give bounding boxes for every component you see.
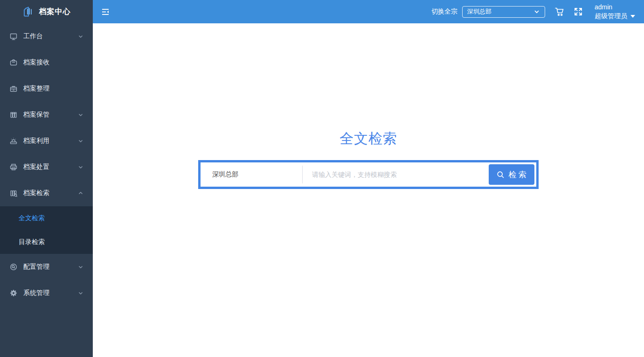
sidebar-item-label: 配置管理: [23, 263, 78, 271]
app-root: 档案中心 工作台: [0, 0, 644, 357]
menu-fold-button[interactable]: [100, 7, 111, 17]
search-input[interactable]: [303, 162, 489, 187]
sidebar-item-label: 档案保管: [23, 111, 78, 119]
sidebar-item-label: 工作台: [23, 32, 78, 41]
gear-icon: [9, 289, 18, 297]
search-wrap: 深圳总部 检 索: [93, 160, 644, 189]
sidebar-item-fulltext-search[interactable]: 全文检索: [0, 206, 93, 230]
sidebar-item-workbench[interactable]: 工作台: [0, 23, 93, 49]
page-title: 全文检索: [93, 129, 644, 148]
sidebar-item-label: 档案整理: [23, 84, 83, 93]
menu-fold-icon: [101, 7, 111, 17]
archive-logo-icon: [22, 6, 35, 18]
books-search-icon: [9, 189, 18, 197]
search-button-label: 检 索: [508, 169, 526, 180]
sidebar-item-archive-disposal[interactable]: 档案处置: [0, 154, 93, 180]
main-content: 全文检索 深圳总部 检 索: [93, 23, 644, 357]
chevron-down-icon: [78, 290, 83, 296]
sidebar-item-archive-search[interactable]: 档案检索: [0, 180, 93, 206]
user-role-row: 超级管理员: [595, 12, 635, 21]
chevron-down-icon: [533, 8, 540, 15]
sidebar-item-archive-receive[interactable]: 档案接收: [0, 49, 93, 76]
user-menu[interactable]: admin 超级管理员: [595, 3, 635, 21]
submenu-item-label: 全文检索: [19, 214, 45, 223]
sidebar-item-label: 档案检索: [23, 189, 78, 197]
app-logo: 档案中心: [0, 0, 93, 23]
sidebar-item-config-management[interactable]: 配置管理: [0, 254, 93, 280]
search-bar: 深圳总部 检 索: [198, 160, 539, 189]
user-role: 超级管理员: [595, 12, 627, 21]
search-button[interactable]: 检 索: [489, 164, 534, 185]
sidebar-item-label: 档案利用: [23, 137, 78, 145]
chevron-down-icon: [78, 164, 83, 170]
sidebar-menu: 工作台 档案接收: [0, 23, 93, 306]
sidebar-item-label: 档案接收: [23, 58, 83, 67]
chevron-down-icon: [78, 34, 83, 39]
user-name: admin: [595, 3, 635, 12]
chevron-down-icon: [78, 112, 83, 118]
sidebar-item-label: 系统管理: [23, 289, 78, 297]
fonds-select-value: 深圳总部: [467, 7, 492, 16]
search-icon: [497, 171, 505, 179]
fonds-switch-label: 切换全宗: [431, 7, 457, 16]
submenu-item-label: 目录检索: [19, 238, 45, 246]
stamp-icon: [9, 137, 18, 145]
chevron-up-icon: [78, 190, 83, 196]
books-icon: [9, 111, 18, 119]
toolbox-icon: [9, 84, 18, 93]
fonds-select[interactable]: 深圳总部: [462, 6, 545, 18]
gear-search-icon: [9, 263, 18, 271]
app-title: 档案中心: [39, 7, 71, 17]
sidebar-item-archive-use[interactable]: 档案利用: [0, 128, 93, 154]
sidebar-item-archive-storage[interactable]: 档案保管: [0, 102, 93, 128]
topbar-right: 切换全宗 深圳总部: [431, 3, 635, 21]
sidebar-item-label: 档案处置: [23, 163, 78, 171]
search-scope-value: 深圳总部: [212, 170, 238, 179]
search-scope-select[interactable]: 深圳总部: [201, 162, 302, 187]
cart-button[interactable]: [554, 6, 566, 18]
sidebar-submenu-archive-search: 全文检索 目录检索: [0, 206, 93, 254]
monitor-icon: [9, 32, 18, 41]
fullscreen-icon: [574, 7, 583, 16]
caret-down-icon: [630, 15, 635, 18]
topbar: 切换全宗 深圳总部: [93, 0, 644, 23]
sidebar-item-catalog-search[interactable]: 目录检索: [0, 230, 93, 254]
inbox-bag-icon: [9, 58, 18, 67]
cart-icon: [554, 6, 565, 17]
chevron-down-icon: [78, 138, 83, 144]
printer-icon: [9, 163, 18, 171]
chevron-down-icon: [78, 264, 83, 270]
sidebar: 档案中心 工作台: [0, 0, 93, 357]
sidebar-item-system-management[interactable]: 系统管理: [0, 280, 93, 306]
fullscreen-button[interactable]: [572, 6, 584, 18]
sidebar-item-archive-organize[interactable]: 档案整理: [0, 76, 93, 102]
